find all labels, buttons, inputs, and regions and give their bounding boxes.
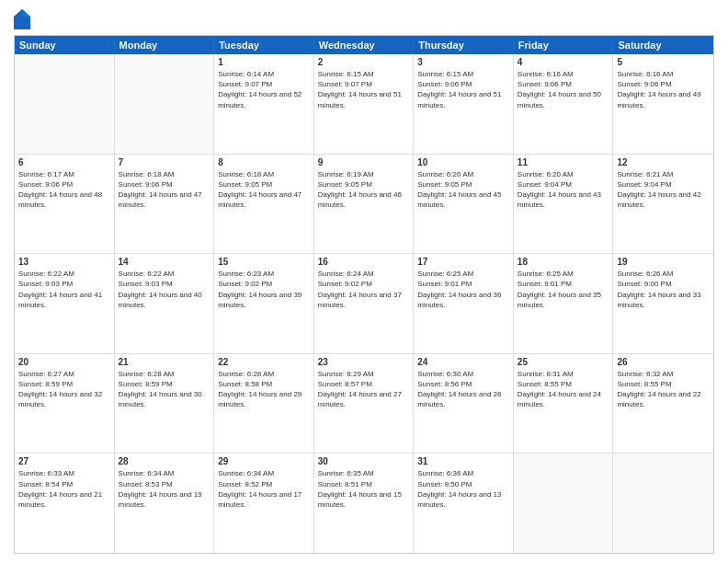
cell-content: Daylight: 14 hours and 51 minutes. — [417, 89, 509, 109]
calendar-cell: 4Sunrise: 6:16 AMSunset: 9:06 PMDaylight… — [514, 54, 614, 154]
header-day-monday: Monday — [115, 36, 215, 54]
cell-content: Sunrise: 6:16 AM — [518, 69, 609, 79]
calendar-cell: 14Sunrise: 6:22 AMSunset: 9:03 PMDayligh… — [115, 254, 215, 353]
day-number: 29 — [218, 456, 310, 466]
cell-content: Sunrise: 6:25 AM — [417, 269, 509, 279]
header-day-friday: Friday — [514, 36, 614, 54]
calendar-row-2: 13Sunrise: 6:22 AMSunset: 9:03 PMDayligh… — [15, 254, 713, 354]
cell-content: Sunrise: 6:28 AM — [119, 369, 210, 379]
calendar-cell: 18Sunrise: 6:25 AMSunset: 9:01 PMDayligh… — [514, 254, 614, 353]
cell-content: Sunrise: 6:27 AM — [18, 369, 110, 379]
day-number: 16 — [318, 257, 410, 267]
header-day-saturday: Saturday — [613, 36, 713, 54]
cell-content: Daylight: 14 hours and 37 minutes. — [318, 290, 410, 310]
page: SundayMondayTuesdayWednesdayThursdayFrid… — [0, 0, 728, 563]
cell-content: Daylight: 14 hours and 47 minutes. — [218, 190, 310, 210]
cell-content: Daylight: 14 hours and 29 minutes. — [218, 389, 310, 409]
calendar-cell: 31Sunrise: 6:36 AMSunset: 8:50 PMDayligh… — [414, 454, 514, 553]
cell-content: Daylight: 14 hours and 15 minutes. — [318, 489, 410, 510]
calendar-cell: 28Sunrise: 6:34 AMSunset: 8:53 PMDayligh… — [115, 454, 215, 553]
cell-content: Daylight: 14 hours and 52 minutes. — [218, 89, 310, 109]
cell-content: Sunrise: 6:34 AM — [119, 468, 210, 478]
cell-content: Sunset: 9:01 PM — [417, 279, 509, 289]
calendar-cell: 2Sunrise: 6:15 AMSunset: 9:07 PMDaylight… — [314, 54, 415, 154]
cell-content: Sunset: 9:02 PM — [218, 279, 310, 289]
day-number: 24 — [417, 357, 509, 367]
calendar-cell: 7Sunrise: 6:18 AMSunset: 9:06 PMDaylight… — [115, 155, 215, 254]
cell-content: Sunset: 9:06 PM — [119, 179, 210, 190]
cell-content: Sunrise: 6:23 AM — [218, 269, 310, 279]
cell-content: Sunrise: 6:28 AM — [218, 369, 310, 379]
cell-content: Sunrise: 6:20 AM — [518, 169, 609, 179]
calendar-row-4: 27Sunrise: 6:33 AMSunset: 8:54 PMDayligh… — [15, 454, 713, 553]
calendar-cell: 3Sunrise: 6:15 AMSunset: 9:06 PMDaylight… — [414, 54, 514, 154]
cell-content: Sunset: 9:06 PM — [417, 79, 509, 89]
cell-content: Sunset: 8:56 PM — [417, 379, 509, 389]
cell-content: Sunrise: 6:17 AM — [18, 169, 110, 179]
calendar-cell: 25Sunrise: 6:31 AMSunset: 8:55 PMDayligh… — [514, 354, 614, 454]
day-number: 21 — [119, 357, 210, 367]
day-number: 13 — [18, 257, 110, 267]
calendar-cell: 23Sunrise: 6:29 AMSunset: 8:57 PMDayligh… — [314, 354, 415, 454]
calendar-cell: 6Sunrise: 6:17 AMSunset: 9:06 PMDaylight… — [15, 155, 115, 254]
cell-content: Daylight: 14 hours and 22 minutes. — [617, 389, 710, 409]
calendar-cell: 27Sunrise: 6:33 AMSunset: 8:54 PMDayligh… — [15, 454, 115, 553]
calendar-cell: 12Sunrise: 6:21 AMSunset: 9:04 PMDayligh… — [613, 155, 713, 254]
cell-content: Daylight: 14 hours and 35 minutes. — [518, 290, 609, 310]
cell-content: Sunset: 8:59 PM — [119, 379, 210, 389]
day-number: 9 — [318, 157, 410, 167]
cell-content: Sunrise: 6:29 AM — [318, 369, 410, 379]
header — [14, 9, 714, 29]
cell-content: Sunset: 9:07 PM — [318, 79, 410, 89]
calendar-cell: 26Sunrise: 6:32 AMSunset: 8:55 PMDayligh… — [613, 354, 713, 454]
cell-content: Sunset: 9:05 PM — [218, 179, 310, 190]
cell-content: Sunrise: 6:25 AM — [518, 269, 609, 279]
cell-content: Sunrise: 6:16 AM — [617, 69, 710, 79]
cell-content: Sunset: 9:06 PM — [617, 79, 710, 89]
day-number: 15 — [218, 257, 310, 267]
cell-content: Sunrise: 6:34 AM — [218, 468, 310, 478]
day-number: 12 — [617, 157, 710, 167]
day-number: 20 — [18, 357, 110, 367]
day-number: 2 — [318, 57, 410, 67]
cell-content: Sunrise: 6:14 AM — [218, 69, 310, 79]
logo-icon — [14, 9, 30, 29]
day-number: 26 — [617, 357, 710, 367]
cell-content: Sunrise: 6:22 AM — [119, 269, 210, 279]
header-day-tuesday: Tuesday — [214, 36, 314, 54]
calendar-header: SundayMondayTuesdayWednesdayThursdayFrid… — [15, 36, 713, 54]
day-number: 25 — [518, 357, 609, 367]
cell-content: Sunset: 9:07 PM — [218, 79, 310, 89]
cell-content: Sunrise: 6:35 AM — [318, 468, 410, 478]
cell-content: Daylight: 14 hours and 46 minutes. — [318, 190, 410, 210]
calendar-cell: 11Sunrise: 6:20 AMSunset: 9:04 PMDayligh… — [514, 155, 614, 254]
cell-content: Daylight: 14 hours and 41 minutes. — [18, 290, 110, 310]
calendar-cell: 10Sunrise: 6:20 AMSunset: 9:05 PMDayligh… — [414, 155, 514, 254]
cell-content: Sunrise: 6:20 AM — [417, 169, 509, 179]
header-day-thursday: Thursday — [414, 36, 514, 54]
cell-content: Daylight: 14 hours and 26 minutes. — [417, 389, 509, 409]
calendar-cell: 21Sunrise: 6:28 AMSunset: 8:59 PMDayligh… — [115, 354, 215, 454]
cell-content: Sunset: 8:52 PM — [218, 479, 310, 489]
cell-content: Sunrise: 6:31 AM — [518, 369, 609, 379]
cell-content: Daylight: 14 hours and 21 minutes. — [18, 489, 110, 510]
cell-content: Sunset: 9:05 PM — [417, 179, 509, 190]
cell-content: Sunset: 8:54 PM — [18, 479, 110, 489]
cell-content: Daylight: 14 hours and 49 minutes. — [617, 89, 710, 109]
cell-content: Daylight: 14 hours and 13 minutes. — [417, 489, 509, 510]
calendar-cell: 19Sunrise: 6:26 AMSunset: 9:00 PMDayligh… — [613, 254, 713, 353]
cell-content: Sunset: 9:03 PM — [18, 279, 110, 289]
day-number: 8 — [218, 157, 310, 167]
header-day-wednesday: Wednesday — [314, 36, 415, 54]
cell-content: Sunrise: 6:19 AM — [318, 169, 410, 179]
calendar-cell: 16Sunrise: 6:24 AMSunset: 9:02 PMDayligh… — [314, 254, 415, 353]
cell-content: Daylight: 14 hours and 24 minutes. — [518, 389, 609, 409]
cell-content: Daylight: 14 hours and 30 minutes. — [119, 389, 210, 409]
calendar-cell: 22Sunrise: 6:28 AMSunset: 8:58 PMDayligh… — [214, 354, 314, 454]
calendar-cell: 20Sunrise: 6:27 AMSunset: 8:59 PMDayligh… — [15, 354, 115, 454]
cell-content: Sunrise: 6:15 AM — [318, 69, 410, 79]
day-number: 31 — [417, 456, 509, 466]
day-number: 6 — [18, 157, 110, 167]
cell-content: Sunset: 9:03 PM — [119, 279, 210, 289]
calendar-cell: 29Sunrise: 6:34 AMSunset: 8:52 PMDayligh… — [214, 454, 314, 553]
